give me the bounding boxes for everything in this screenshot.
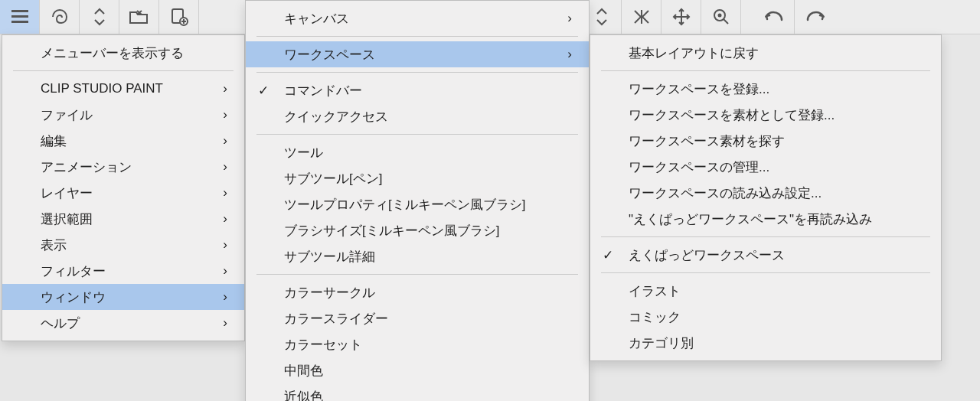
menu-item-label: クイックアクセス	[284, 108, 388, 126]
menu-item-label: CLIP STUDIO PAINT	[41, 81, 163, 96]
menu-item-label: ワークスペースの読み込み設定...	[629, 184, 822, 202]
menu-separator	[256, 134, 578, 135]
folder-open-icon	[129, 9, 149, 24]
menu-item-comic[interactable]: コミック	[590, 304, 941, 330]
menu-item-manage-workspace[interactable]: ワークスペースの管理...	[590, 154, 941, 180]
menu-item-illust[interactable]: イラスト	[590, 278, 941, 304]
menu-item-tool[interactable]: ツール	[246, 139, 589, 165]
redo-button[interactable]	[795, 0, 835, 34]
menu-item-label: ブラシサイズ[ミルキーペン風ブラシ]	[284, 222, 499, 240]
menu-separator	[256, 274, 578, 275]
menu-item-approx-color[interactable]: 近似色	[246, 383, 589, 401]
submenu-arrow-icon: ›	[201, 159, 227, 174]
menu-item-clip-studio-paint[interactable]: CLIP STUDIO PAINT ›	[2, 76, 244, 102]
menu-separator	[601, 236, 930, 237]
menu-item-label: 中間色	[284, 362, 323, 380]
chevrons-vertical-icon	[596, 8, 608, 26]
menu-item-label: カラーセット	[284, 336, 362, 354]
redo-icon	[805, 9, 825, 24]
menu-item-window[interactable]: ウィンドウ ›	[2, 284, 244, 310]
submenu-arrow-icon: ›	[201, 263, 227, 279]
svg-rect-2	[11, 21, 28, 23]
menu-item-label: ツール	[284, 144, 323, 161]
folder-open-button[interactable]	[119, 0, 159, 34]
menu-item-register-as-material[interactable]: ワークスペースを素材として登録...	[590, 102, 941, 128]
menu-item-label: ワークスペース素材を探す	[629, 132, 785, 150]
menu-item-label: えくぱっどワークスペース	[629, 246, 785, 264]
submenu-arrow-icon: ›	[201, 237, 227, 253]
checkmark-icon: ✓	[258, 83, 269, 99]
menu-item-edit[interactable]: 編集 ›	[2, 128, 244, 154]
undo-button[interactable]	[755, 0, 795, 34]
menu-item-reset-layout[interactable]: 基本レイアウトに戻す	[590, 40, 941, 66]
new-page-add-button[interactable]	[159, 0, 199, 34]
submenu-arrow-icon: ›	[201, 289, 227, 305]
undo-icon	[765, 9, 785, 24]
menu-item-label: コマンドバー	[284, 82, 362, 99]
menu-item-label: 近似色	[284, 388, 323, 402]
menu-item-view[interactable]: 表示 ›	[2, 232, 244, 258]
menu-item-mid-color[interactable]: 中間色	[246, 357, 589, 383]
menu-item-color-circle[interactable]: カラーサークル	[246, 279, 589, 305]
main-menu: メニューバーを表示する CLIP STUDIO PAINT › ファイル › 編…	[2, 34, 245, 341]
menu-item-show-menubar[interactable]: メニューバーを表示する	[2, 40, 244, 66]
menu-item-workspace[interactable]: ワークスペース ›	[246, 41, 589, 67]
menu-item-label: カラースライダー	[284, 310, 388, 328]
svg-point-7	[717, 14, 721, 18]
submenu-arrow-icon: ›	[201, 133, 227, 148]
menu-item-label: 選択範囲	[41, 210, 93, 228]
menu-item-layer[interactable]: レイヤー ›	[2, 180, 244, 206]
window-submenu: キャンバス › ワークスペース › ✓ コマンドバー クイックアクセス ツール …	[245, 0, 590, 401]
menu-item-register-workspace[interactable]: ワークスペースを登録...	[590, 76, 941, 102]
menu-separator	[256, 72, 578, 73]
spiral-icon	[50, 8, 70, 25]
menu-item-label: "えくぱっどワークスペース"を再読み込み	[629, 210, 872, 228]
submenu-arrow-icon: ›	[201, 211, 227, 227]
menu-item-find-material[interactable]: ワークスペース素材を探す	[590, 128, 941, 154]
menu-item-file[interactable]: ファイル ›	[2, 102, 244, 128]
menu-item-label: 表示	[41, 236, 67, 254]
menu-item-color-set[interactable]: カラーセット	[246, 331, 589, 357]
menu-item-label: カラーサークル	[284, 284, 375, 302]
menu-item-color-slider[interactable]: カラースライダー	[246, 305, 589, 331]
menu-item-load-settings[interactable]: ワークスペースの読み込み設定...	[590, 180, 941, 206]
menu-item-selection[interactable]: 選択範囲 ›	[2, 206, 244, 232]
submenu-arrow-icon: ›	[546, 47, 572, 62]
svg-rect-0	[11, 10, 28, 12]
spiral-button[interactable]	[40, 0, 80, 34]
magnifier-button[interactable]	[701, 0, 741, 34]
menu-item-subtool-detail[interactable]: サブツール詳細	[246, 243, 589, 269]
hamburger-menu-button[interactable]	[0, 0, 40, 34]
chevrons-vertical-button-1[interactable]	[80, 0, 119, 34]
menu-item-label: イラスト	[629, 282, 681, 300]
menu-item-label: 基本レイアウトに戻す	[629, 44, 759, 62]
magnifier-icon	[712, 8, 730, 26]
menu-item-command-bar[interactable]: ✓ コマンドバー	[246, 77, 589, 103]
menu-separator	[601, 272, 930, 273]
menu-item-canvas[interactable]: キャンバス ›	[246, 5, 589, 31]
menu-item-reload-ekupad[interactable]: "えくぱっどワークスペース"を再読み込み	[590, 206, 941, 232]
menu-item-label: メニューバーを表示する	[41, 44, 184, 62]
menu-item-by-category[interactable]: カテゴリ別	[590, 330, 941, 356]
menu-item-label: ファイル	[41, 106, 93, 124]
menu-item-animation[interactable]: アニメーション ›	[2, 154, 244, 180]
svg-rect-1	[11, 15, 28, 18]
menu-item-quick-access[interactable]: クイックアクセス	[246, 103, 589, 129]
menu-item-label: 編集	[41, 132, 67, 150]
menu-item-label: サブツール[ペン]	[284, 170, 382, 187]
menu-item-label: ワークスペースの管理...	[629, 158, 769, 176]
chevrons-vertical-icon	[93, 8, 106, 26]
new-page-add-icon	[170, 8, 188, 26]
move-arrows-button[interactable]	[662, 0, 701, 34]
snap-center-button[interactable]	[622, 0, 662, 34]
menu-item-ekupad-workspace[interactable]: ✓ えくぱっどワークスペース	[590, 242, 941, 268]
menu-item-subtool-pen[interactable]: サブツール[ペン]	[246, 165, 589, 191]
submenu-arrow-icon: ›	[201, 81, 227, 96]
menu-item-help[interactable]: ヘルプ ›	[2, 310, 244, 336]
menu-item-filter[interactable]: フィルター ›	[2, 258, 244, 284]
menu-item-label: フィルター	[41, 262, 106, 280]
menu-separator	[13, 70, 234, 71]
menu-item-tool-property[interactable]: ツールプロパティ[ミルキーペン風ブラシ]	[246, 191, 589, 217]
menu-separator	[256, 36, 578, 37]
menu-item-brush-size[interactable]: ブラシサイズ[ミルキーペン風ブラシ]	[246, 217, 589, 243]
